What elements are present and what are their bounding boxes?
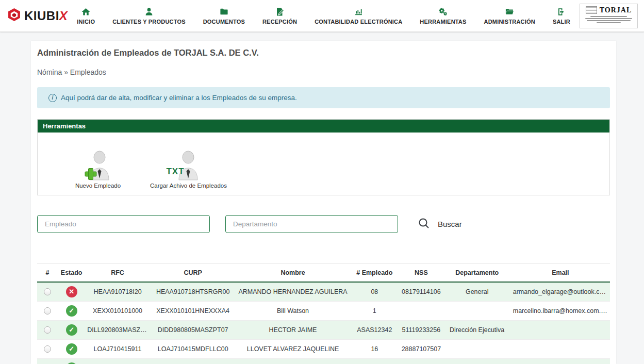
content-card: Administración de Empleados de TORJAL S.… (31, 41, 616, 364)
search-row: Buscar (37, 215, 610, 233)
table-row: XEXX010101000 XEXX010101HNEXXXA4 Bill Wa… (37, 301, 610, 320)
top-navigation-bar: KIUBIX INICIO CLIENTES Y PRODUCTOS DOCUM… (0, 0, 644, 32)
cell-departamento (443, 301, 511, 320)
col-header-nombre: Nombre (236, 264, 350, 283)
search-button[interactable]: Buscar (418, 217, 462, 231)
cell-departamento (443, 339, 511, 358)
cell-email (511, 339, 610, 358)
cell-nss: 28887107507 (399, 339, 443, 358)
tools-panel: Herramientas Nuevo Empleado (37, 119, 610, 195)
cell-rfc: LOAJ710415911 (85, 339, 150, 358)
cell-departamento (443, 358, 511, 364)
cell-nss: 08179114106 (399, 282, 443, 301)
breadcrumb-parent[interactable]: Nómina (37, 68, 62, 76)
nav-item-recepcion[interactable]: RECEPCIÓN (262, 7, 297, 25)
nav-item-documentos[interactable]: DOCUMENTOS (203, 7, 245, 25)
cell-nss (399, 301, 443, 320)
letterhead-title: TORJAL (600, 6, 632, 14)
kiubix-logo[interactable]: KIUBIX (7, 8, 68, 24)
col-header-nss: NSS (399, 264, 443, 283)
open-folder-icon (504, 7, 515, 16)
col-header-rfc: RFC (85, 264, 150, 283)
cell-rfc: XEXX010101000 (85, 301, 150, 320)
page-title: Administración de Empleados de TORJAL S.… (37, 48, 610, 58)
nav-item-salir[interactable]: SALIR (553, 7, 570, 25)
person-icon (144, 7, 154, 16)
col-header-departamento: Departamento (443, 264, 511, 283)
row-select-radio[interactable] (44, 326, 51, 334)
bar-chart-icon (354, 7, 364, 16)
tools-panel-header: Herramientas (38, 120, 609, 133)
cell-num-empleado (350, 358, 400, 364)
cell-num-empleado: 08 (350, 282, 400, 301)
table-header-row: # Estado RFC CURP Nombre # Empleado NSS … (37, 264, 610, 283)
cell-departamento: General (443, 282, 511, 301)
txt-badge: TXT (166, 167, 184, 177)
gears-icon (438, 7, 448, 16)
active-status-icon[interactable] (66, 343, 77, 355)
nav-item-clientes-y-productos[interactable]: CLIENTES Y PRODUCTOS (112, 7, 186, 25)
cell-num-empleado: 16 (350, 339, 400, 358)
upload-employee-file-button[interactable]: TXT Cargar Achivo de Empleados (150, 150, 227, 189)
row-select-radio[interactable] (44, 307, 51, 315)
employees-table: # Estado RFC CURP Nombre # Empleado NSS … (37, 263, 610, 364)
cell-rfc (85, 358, 150, 364)
info-alert-text: Aquí podrá dar de alta, modificar y elim… (61, 94, 297, 102)
kiubix-cube-icon (7, 8, 21, 24)
row-select-radio[interactable] (44, 345, 51, 353)
active-status-icon[interactable] (66, 324, 77, 336)
row-select-radio[interactable] (44, 288, 51, 295)
cell-nss: 51119233256 (399, 320, 443, 339)
cell-nombre: HECTOR JAIME (236, 320, 350, 339)
kiubix-wordmark: KIUBIX (24, 9, 68, 23)
person-txt-icon: TXT (173, 150, 203, 181)
nav-item-herramientas[interactable]: HERRAMIENTAS (420, 7, 466, 25)
department-search-input[interactable] (225, 215, 398, 233)
active-status-icon[interactable] (66, 362, 77, 364)
cell-rfc: HEAA910718I20 (85, 282, 150, 301)
cell-curp (150, 358, 236, 364)
breadcrumb: Nómina » Empleados (37, 68, 610, 76)
cell-nombre (236, 358, 350, 364)
cell-email: armando_elgarage@outlook.com (511, 282, 610, 301)
table-row (37, 358, 610, 364)
table-row: DILL920803MASZPT DIDD980805MASZPT07 HECT… (37, 320, 610, 339)
new-employee-button[interactable]: Nuevo Empleado (75, 150, 121, 189)
letterhead-image (586, 6, 597, 14)
cell-departamento: Dirección Ejecutiva (443, 320, 511, 339)
new-employee-label: Nuevo Empleado (75, 183, 121, 189)
cell-rfc: DILL920803MASZPT (85, 320, 150, 339)
person-add-icon (83, 150, 113, 181)
torjal-letterhead-logo: TORJAL (580, 4, 638, 28)
search-icon (418, 217, 430, 231)
cell-curp: DIDD980805MASZPT07 (150, 320, 236, 339)
cell-nombre: ARMANDO HERNANDEZ AGUILERA (236, 282, 350, 301)
cell-nombre: Bill Watson (236, 301, 350, 320)
inactive-status-icon[interactable] (66, 286, 77, 297)
employee-search-input[interactable] (37, 215, 210, 233)
document-edit-icon (275, 7, 285, 16)
col-header-estado: Estado (58, 264, 85, 283)
col-header-curp: CURP (150, 264, 236, 283)
breadcrumb-separator: » (64, 68, 68, 76)
cell-curp: HEAA910718HTSRGR00 (150, 282, 236, 301)
cell-curp: XEXX010101HNEXXXA4 (150, 301, 236, 320)
col-header-email: Email (511, 264, 610, 283)
nav-item-inicio[interactable]: INICIO (77, 7, 95, 25)
search-button-label: Buscar (438, 220, 462, 228)
cell-email (511, 358, 610, 364)
cell-email (511, 320, 610, 339)
nav-item-administracion[interactable]: ADMINISTRACIÓN (484, 7, 535, 25)
active-status-icon[interactable] (66, 305, 77, 317)
cell-email: marcelino.ibarra@homex.com.mx (511, 301, 610, 320)
nav-item-contabilidad-electronica[interactable]: CONTABILIDAD ELECTRÓNICA (315, 7, 402, 25)
info-circle-icon: i (48, 94, 57, 102)
exit-icon (557, 7, 566, 16)
cell-nombre: LLOVET ALVAREZ JAQUELINE (236, 339, 350, 358)
cell-num-empleado: 1 (350, 301, 400, 320)
main-nav: INICIO CLIENTES Y PRODUCTOS DOCUMENTOS R… (77, 7, 570, 25)
table-row: HEAA910718I20 HEAA910718HTSRGR00 ARMANDO… (37, 282, 610, 301)
cell-curp: LOAJ710415MDFLLC00 (150, 339, 236, 358)
col-header-num-empleado: # Empleado (350, 264, 400, 283)
col-header-num: # (37, 264, 58, 283)
